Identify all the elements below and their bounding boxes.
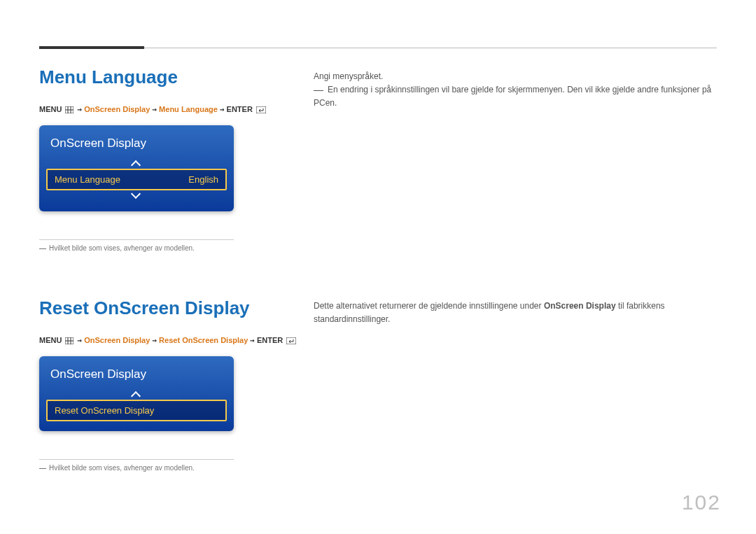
menu-grid-icon: [65, 106, 74, 113]
description-line-2: En endring i språkinnstillingen vil bare…: [314, 83, 717, 110]
chevron-up-icon: [131, 390, 142, 398]
breadcrumb-path-1: OnScreen Display: [84, 105, 150, 113]
heading-reset-onscreen-display: Reset OnScreen Display: [39, 297, 298, 319]
heading-menu-language: Menu Language: [39, 66, 267, 88]
description-menu-language: Angi menyspråket. En endring i språkinns…: [314, 70, 717, 111]
footnote-dash-icon: [39, 248, 46, 249]
osd-item-label: Menu Language: [55, 174, 120, 185]
osd-item-reset[interactable]: Reset OnScreen Display: [46, 400, 227, 421]
osd-item-menu-language[interactable]: Menu Language English: [46, 169, 227, 190]
osd-up-row[interactable]: [46, 157, 227, 169]
osd-item-value: English: [188, 174, 218, 185]
chevron-down-icon: [131, 192, 142, 200]
breadcrumb-arrow: →: [220, 105, 225, 114]
enter-icon: [286, 337, 296, 344]
osd-panel-menu-language: OnScreen Display Menu Language English: [39, 125, 234, 211]
footnote-dash-icon: [39, 468, 46, 469]
breadcrumb-reset-onscreen-display: MENU → OnScreen Display → Reset OnScreen…: [39, 336, 298, 345]
footnote-divider: [39, 239, 234, 240]
osd-title: OnScreen Display: [46, 365, 227, 388]
osd-title: OnScreen Display: [46, 134, 227, 157]
breadcrumb-path-1: OnScreen Display: [84, 336, 150, 344]
footnote-divider: [39, 459, 234, 460]
osd-up-row[interactable]: [46, 388, 227, 400]
breadcrumb-menu-language: MENU → OnScreen Display → Menu Language …: [39, 105, 267, 114]
breadcrumb-menu-label: MENU: [39, 336, 62, 344]
description-line-1: Angi menyspråket.: [314, 70, 717, 83]
description-line-2-text: En endring i språkinnstillingen vil bare…: [314, 85, 711, 108]
footnote-label: Hvilket bilde som vises, avhenger av mod…: [49, 244, 195, 252]
osd-panel-reset: OnScreen Display Reset OnScreen Display: [39, 356, 234, 431]
svg-rect-9: [286, 337, 296, 344]
osd-down-row[interactable]: [46, 190, 227, 202]
breadcrumb-arrow: →: [250, 336, 255, 345]
footnote-text: Hvilket bilde som vises, avhenger av mod…: [39, 244, 267, 252]
section-menu-language: Menu Language MENU → OnScreen Display → …: [39, 66, 267, 252]
breadcrumb-path-2: Menu Language: [159, 105, 218, 113]
description-dash-icon: [314, 90, 323, 91]
breadcrumb-enter-label: ENTER: [227, 105, 253, 113]
breadcrumb-arrow: →: [78, 336, 83, 345]
breadcrumb-arrow: →: [152, 336, 157, 345]
menu-grid-icon: [65, 337, 74, 344]
breadcrumb-menu-label: MENU: [39, 105, 62, 113]
description-reset-onscreen-display: Dette alternativet returnerer de gjelden…: [314, 300, 717, 326]
breadcrumb-arrow: →: [78, 105, 83, 114]
page-number: 102: [682, 491, 721, 514]
footnote-text: Hvilket bilde som vises, avhenger av mod…: [39, 464, 298, 472]
chevron-up-icon: [131, 159, 142, 167]
description-prefix: Dette alternativet returnerer de gjelden…: [314, 301, 544, 311]
enter-icon: [256, 106, 266, 113]
breadcrumb-enter-label: ENTER: [257, 336, 283, 344]
breadcrumb-path-2: Reset OnScreen Display: [159, 336, 248, 344]
footnote-label: Hvilket bilde som vises, avhenger av mod…: [49, 464, 195, 472]
breadcrumb-arrow: →: [152, 105, 157, 114]
description-bold: OnScreen Display: [544, 301, 616, 311]
osd-item-label: Reset OnScreen Display: [55, 405, 154, 416]
section-reset-onscreen-display: Reset OnScreen Display MENU → OnScreen D…: [39, 297, 298, 472]
header-accent: [39, 46, 144, 49]
svg-rect-4: [256, 106, 266, 113]
